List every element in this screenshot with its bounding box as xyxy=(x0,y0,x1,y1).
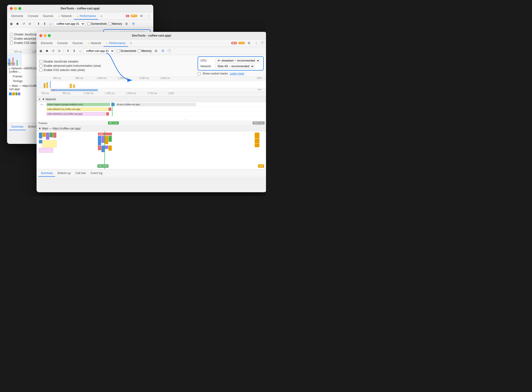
tab-elements-1[interactable]: Elements xyxy=(9,14,25,20)
learn-more-2[interactable]: Learn more xyxy=(230,72,244,75)
cpu-select-2[interactable]: 4× slowdown – recommended xyxy=(215,58,260,63)
ellipsis-row: ... xyxy=(37,116,266,121)
network-label-2: Network: xyxy=(200,65,213,68)
memory-check-1[interactable] xyxy=(108,22,111,25)
network-cond-icon-1[interactable]: ⊞ xyxy=(124,21,129,27)
tab-more-1[interactable]: » xyxy=(98,14,105,20)
maximize-button-1[interactable] xyxy=(19,7,21,10)
css-selector-checkbox-2[interactable]: Enable CSS selector stats (slow) xyxy=(39,68,195,72)
settings-icon-1[interactable]: ⚙ xyxy=(139,13,144,19)
track-content-1: collect (region1.google-analytics.com) l… xyxy=(44,102,266,107)
tab-eventlog-2[interactable]: Event log xyxy=(88,171,105,177)
device-select-1[interactable]: coffee-cart.app #1 xyxy=(54,21,85,26)
network-track-1: co... collect (region1.google-analytics.… xyxy=(37,102,266,107)
tab-more-2[interactable]: » xyxy=(128,41,134,47)
tab-sources-2[interactable]: Sources xyxy=(70,41,85,47)
maximize-button-2[interactable] xyxy=(48,34,51,37)
tab-bottomup-2[interactable]: Bottom-up xyxy=(55,171,73,177)
screenshots-check-2[interactable] xyxy=(117,49,120,52)
memory-check-2[interactable] xyxy=(138,49,141,52)
traffic-lights-2 xyxy=(39,34,51,37)
tab-network-1[interactable]: ⚠ Network xyxy=(56,14,74,20)
warn-badge-1: ⚑ 2 xyxy=(131,15,137,17)
record-icon-1[interactable]: ⏺ xyxy=(15,21,20,27)
tab-network-2[interactable]: ⚠ Network xyxy=(85,41,103,47)
error-badge-2: ✖ 1 xyxy=(231,42,237,44)
main-header-2[interactable]: ▼ Main — https://coffee-cart.app/ xyxy=(37,126,266,131)
tab-bar-1: Elements Console Sources ⚠ Network ⚠ Per… xyxy=(7,12,153,20)
settings-gear-2[interactable]: ⚙ xyxy=(160,48,166,54)
panel-icon-2[interactable]: ▣ xyxy=(38,48,44,54)
error-badge-1: 3 xyxy=(126,15,130,17)
screenshots-check-1[interactable] xyxy=(87,22,90,25)
warn-icon: ⚠ xyxy=(58,15,60,18)
download-icon-1[interactable]: ⬇ xyxy=(42,21,47,27)
ruler-mark-1: 994 ms xyxy=(14,51,22,53)
tab-performance-1[interactable]: ⚠ Performance xyxy=(74,14,98,20)
more-icon-2[interactable]: ⋮ xyxy=(253,40,259,46)
cancel-icon-2[interactable]: ⊘ xyxy=(56,48,62,54)
panel-icon-1[interactable]: ▣ xyxy=(9,21,14,27)
tab-sources-1[interactable]: Sources xyxy=(41,14,56,20)
settings-icon-2[interactable]: ⚙ xyxy=(246,40,252,46)
reload-icon-1[interactable]: ↺ xyxy=(21,21,26,27)
minimize-button-2[interactable] xyxy=(44,34,46,37)
tab-console-2[interactable]: Console xyxy=(55,41,70,47)
help-icon-2[interactable]: ? xyxy=(260,41,265,45)
ruler-1992b: 1,992 xyxy=(168,92,174,95)
network-track-3: index-b859522e.css (coffee-cart.app) xyxy=(37,112,266,116)
settings-row-2: Disable JavaScript samples Enable advanc… xyxy=(39,56,264,75)
window-title-2: DevTools - coffee-cart.app/ xyxy=(132,34,171,37)
indexcss-bar[interactable]: index-b859522e.css (coffee-cart.app) xyxy=(46,112,105,116)
ruler-1492: 1,492 ms xyxy=(97,77,106,79)
record-icon-2[interactable]: ⏺ xyxy=(44,48,50,54)
ruler-bottom-1: 994 ms xyxy=(8,62,15,65)
device-select-2[interactable]: coffee-cart.app #1 xyxy=(83,48,114,54)
track-label-1: co... xyxy=(37,103,44,106)
help-icon-2b[interactable]: ? xyxy=(167,49,171,53)
titlebar-2: DevTools - coffee-cart.app/ xyxy=(37,32,266,39)
toolbar2-1: ▣ ⏺ ↺ ⊘ ⬆ ⬇ ⌂ coffee-cart.app #1 Screens… xyxy=(7,20,153,28)
collect-bar[interactable]: collect (region1.google-analytics.com) xyxy=(46,103,110,106)
cancel-icon-1[interactable]: ⊘ xyxy=(27,21,32,27)
green-vline-3 xyxy=(112,112,112,116)
tab-calltree-2[interactable]: Call tree xyxy=(73,171,88,177)
custom-tracks-2[interactable]: Show custom tracks Learn more xyxy=(198,72,264,75)
left-tasks xyxy=(39,133,58,168)
settings-gear-1[interactable]: ⚙ xyxy=(131,21,136,27)
network-track-2: index-8bfa4912.js (coffee-cart.app) xyxy=(37,107,266,112)
home-icon-2[interactable]: ⌂ xyxy=(77,48,83,54)
bottom-tabs-2: Summary Bottom-up Call tree Event log xyxy=(37,169,266,177)
listjson-bar[interactable]: list.json (coffee-cart.app) xyxy=(116,103,196,106)
warn-icon-perf-2: ⚠ xyxy=(106,42,108,45)
minimize-button-1[interactable] xyxy=(14,7,17,10)
ruler-1992-top: 1,992 ms xyxy=(118,77,128,79)
upload-icon-2[interactable]: ⬆ xyxy=(65,48,71,54)
close-button-2[interactable] xyxy=(39,34,42,37)
ruler-1792: 1,792 ms xyxy=(147,92,157,95)
network-cond-icon-2[interactable]: ⊞ xyxy=(153,48,159,54)
tab-performance-2[interactable]: ⚠ Performance xyxy=(103,41,128,47)
cpu-throttle-row-2: CPU: 4× slowdown – recommended xyxy=(200,58,261,63)
ruler-792: 792 ms xyxy=(41,92,49,95)
timeline-ruler-top-2: 492 ms 992 ms 1,492 ms 1,992 ms 2,492 ms… xyxy=(37,77,266,97)
tab-summary-1[interactable]: Summary xyxy=(9,124,26,130)
more-icon-1[interactable]: ⋮ xyxy=(146,13,151,19)
tab-elements-2[interactable]: Elements xyxy=(38,41,55,47)
disable-js-checkbox-2[interactable]: Disable JavaScript samples xyxy=(39,60,195,63)
advanced-paint-checkbox-2[interactable]: Enable advanced paint instrumentation (s… xyxy=(39,64,195,67)
reload-icon-2[interactable]: ↺ xyxy=(50,48,56,54)
download-icon-2[interactable]: ⬇ xyxy=(71,48,77,54)
upload-icon-1[interactable]: ⬆ xyxy=(36,21,41,27)
settings-bar-2: Disable JavaScript samples Enable advanc… xyxy=(37,55,266,77)
network-select-2[interactable]: Slow 4G – recommended xyxy=(215,64,254,69)
home-icon-1[interactable]: ⌂ xyxy=(48,21,54,27)
indexjs-bar[interactable]: index-8bfa4912.js (coffee-cart.app) xyxy=(46,107,108,111)
task-label-2: Task xyxy=(98,133,112,135)
warn-badge-2: ⚠ 1 xyxy=(238,42,245,44)
tab-summary-2[interactable]: Summary xyxy=(38,171,55,177)
ruler-992: 992 ms xyxy=(75,77,83,79)
network-header-2[interactable]: ▼ ▼ Network xyxy=(37,97,266,102)
tab-console-1[interactable]: Console xyxy=(25,14,41,20)
close-button-1[interactable] xyxy=(10,7,13,10)
